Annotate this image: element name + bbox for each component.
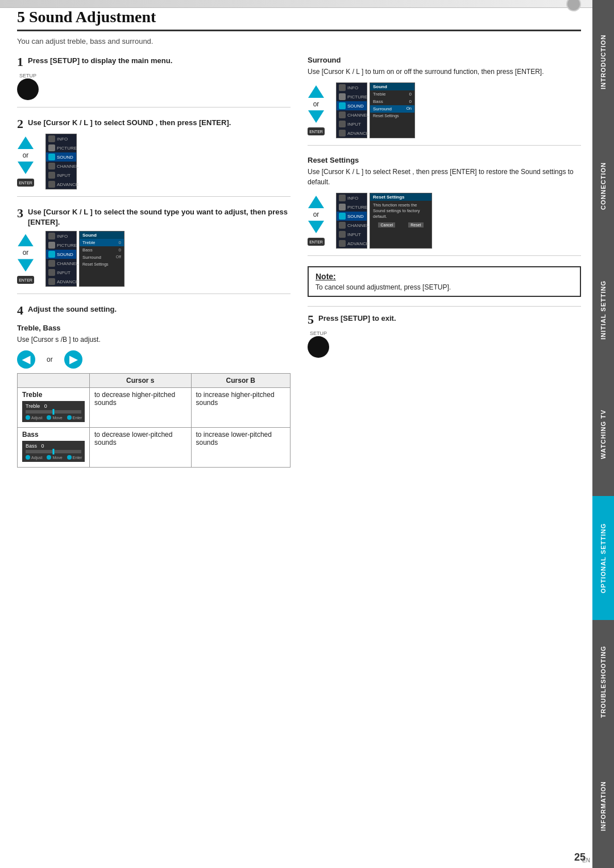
menu-row-picture-3: PICTURE [46,241,76,250]
step-3-number: 3 [17,207,23,220]
bass-bar: Bass 0 Adjust Move Enter [22,441,85,462]
menu-left-panel-2: INFO PICTURE SOUND [45,134,77,189]
surround-heading: Surround [308,56,581,64]
sidebar-tab-information[interactable]: INFORMATION [592,744,614,868]
right-arrow[interactable]: ▶ [64,350,82,369]
menu-row-channel-3: CHANNEL [46,259,76,268]
table-col-cursor-b: Cursor B [191,374,291,388]
left-arrow[interactable]: ◀ [17,350,35,369]
step-2-menu: INFO PICTURE SOUND [45,134,77,189]
table-cell-bass-cursor-s: to decrease lower-pitched sounds [90,428,192,468]
step-3-menu: INFO PICTURE SOUND [45,231,125,287]
step-3-text: Use [Cursor K / L ] to select the sound … [28,207,291,228]
subtitle: You can adjust treble, bass and surround… [17,37,581,46]
table-cell-bass-cursor-b: to increase lower-pitched sounds [191,428,291,468]
sidebar-tab-introduction[interactable]: INTRODUCTION [592,0,614,124]
left-column: 1 Press [SETUP] to display the main menu… [17,56,291,478]
up-arrow-surround[interactable] [308,85,324,98]
up-arrow-reset[interactable] [308,196,324,208]
menu-right-bass: Bass 0 [80,246,124,254]
top-bar [0,0,592,8]
step-3-arrows: or ENTER [17,234,34,284]
table-cell-treble-cursor-s: to decrease higher-pitched sounds [90,388,192,428]
reset-section: Reset Settings Use [Cursor K / L ] to se… [308,156,581,256]
lr-or: or [47,356,53,363]
note-box: Note: To cancel sound adjustment, press … [308,266,581,297]
menu-row-info-3: INFO [46,232,76,241]
step-5-number: 5 [308,313,314,326]
surround-content: or ENTER INFO [308,82,581,138]
down-arrow[interactable] [18,162,34,174]
reset-menu-title: Reset Settings [370,193,432,201]
treble-bass-description: Use [Cursor s /B ] to adjust. [17,334,291,345]
sidebar-tab-initial[interactable]: INITIAL SETTING [592,248,614,372]
sidebar-tab-troubleshooting[interactable]: TROUBLESHOOTING [592,620,614,744]
step-5-text: Press [SETUP] to exit. [318,313,396,324]
reset-menu: INFO PICTURE SOUND CHANNEL [336,193,432,249]
table-cell-treble-cursor-b: to increase higher-pitched sounds [191,388,291,428]
menu-row-sound-3: SOUND [46,250,76,259]
step-2: 2 Use [Cursor K / L ] to select SOUND , … [17,118,291,197]
surround-menu: INFO PICTURE SOUND CHANNEL [336,82,415,138]
note-title: Note: [316,272,573,281]
step-3-or: or [23,249,29,257]
down-arrow-reset[interactable] [308,221,324,233]
enter-label-reset: ENTER [309,240,323,244]
setup-label: SETUP [19,73,36,78]
step-2-arrows: or ENTER [17,137,34,187]
reset-description: Use [Cursor K / L ] to select Reset , th… [308,167,581,187]
step-1-text: Press [SETUP] to display the main menu. [28,56,172,66]
menu-row-input-3: INPUT [46,268,76,277]
table-cell-bass-label: Bass Bass 0 Adjust Move [18,428,90,468]
two-column-layout: 1 Press [SETUP] to display the main menu… [17,56,581,478]
menu-row-input: INPUT [46,171,76,180]
table-cell-treble-label: Treble Treble 0 Adjust Move [18,388,90,428]
sidebar-tab-connection[interactable]: CONNECTION [592,124,614,248]
table-row-bass: Bass Bass 0 Adjust Move [18,428,291,468]
enter-button[interactable]: ENTER [17,179,34,187]
reset-reset-button[interactable]: Reset [408,222,423,228]
reset-cancel-button[interactable]: Cancel [378,222,395,228]
menu-row-advance-3: ADVANCE [46,277,76,286]
menu-right-panel-3: Sound Treble 0 Bass 0 Surround Off Reset… [79,231,125,287]
enter-label: ENTER [19,181,32,185]
reset-content: or ENTER INFO [308,193,581,249]
reset-or: or [313,210,320,218]
enter-button-surround[interactable]: ENTER [308,127,325,135]
down-arrow-3[interactable] [18,259,34,271]
enter-button-3[interactable]: ENTER [17,276,34,284]
sidebar-tab-optional[interactable]: OPTIONAL SETTING [592,496,614,620]
sidebar-tab-watching[interactable]: WATCHING TV [592,372,614,496]
step-5-setup-button[interactable] [308,336,329,358]
step-1-header: 1 Press [SETUP] to display the main menu… [17,56,291,68]
setup-circle-button[interactable] [17,78,39,100]
step-5: 5 Press [SETUP] to exit. SETUP [308,313,581,358]
reset-menu-buttons: Cancel Reset [370,221,432,229]
menu-right-header-3: Sound [80,232,124,239]
step-1: 1 Press [SETUP] to display the main menu… [17,56,291,108]
step-5-btn-wrap: SETUP [308,329,329,358]
treble-bass-heading: Treble, Bass [17,324,291,332]
up-arrow-3[interactable] [18,234,34,246]
reset-menu-left: INFO PICTURE SOUND CHANNEL [336,193,367,249]
reset-menu-body: This function resets the Sound settings … [370,201,432,221]
step-4: 4 Adjust the sound setting. Treble, Bass… [17,304,291,468]
lr-arrows: ◀ or ▶ [17,350,291,369]
step-2-text: Use [Cursor K / L ] to select SOUND , th… [28,118,231,128]
step-4-number: 4 [17,304,23,317]
table-col-empty [18,374,90,388]
reset-heading: Reset Settings [308,156,581,164]
step-4-header: 4 Adjust the sound setting. [17,304,291,317]
step-5-setup-label: SETUP [310,330,327,336]
treble-bass-section: Treble, Bass Use [Cursor s /B ] to adjus… [17,324,291,468]
menu-row-picture: PICTURE [46,143,76,152]
enter-button-reset[interactable]: ENTER [308,238,325,246]
enter-label-3: ENTER [19,278,32,282]
menu-right-reset: Reset Settings [80,261,124,267]
surround-or: or [313,100,320,108]
down-arrow-surround[interactable] [308,110,324,123]
menu-row-advance: ADVANCE [46,180,76,189]
step-1-content: SETUP [17,72,291,100]
up-arrow[interactable] [18,137,34,149]
step-5-header: 5 Press [SETUP] to exit. [308,313,581,326]
